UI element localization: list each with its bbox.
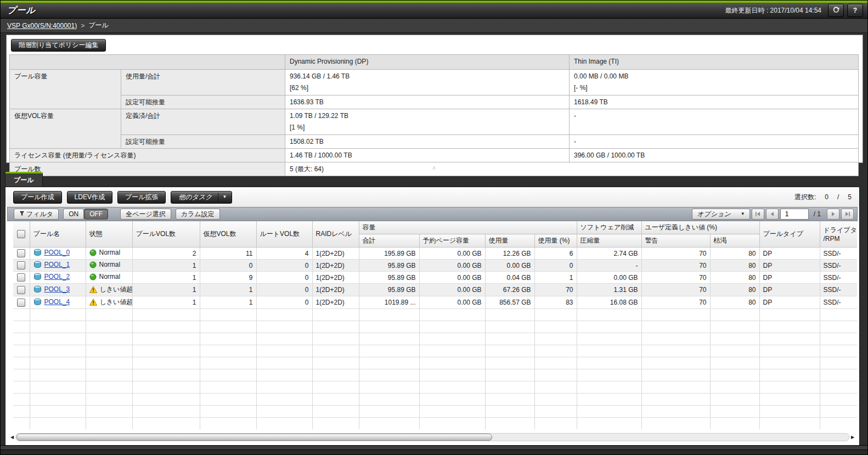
cell-total: 195.89 GB (359, 248, 419, 260)
cell-virtual_vols: 1 (200, 296, 256, 309)
empty-row (13, 345, 857, 357)
scroll-left-icon[interactable]: ◀ (9, 433, 15, 441)
cell-raid: 1(2D+2D) (312, 272, 359, 284)
cell-drive: SSD/- (820, 272, 857, 284)
help-icon: ? (853, 7, 857, 14)
summary-collapse-toggle[interactable]: ∧ (1, 163, 867, 172)
cell-used: 12.26 GB (485, 248, 534, 260)
page-last-button[interactable] (841, 209, 854, 220)
row-checkbox[interactable] (17, 299, 25, 307)
cell-warning: 70 (641, 296, 710, 309)
pools-panel: プール作成 LDEV作成 プール拡張 他のタスク ▼ 選択数: 0 / 5 フィ… (5, 187, 860, 446)
select-all-checkbox[interactable] (17, 230, 25, 238)
cell-compression: 0.00 GB (577, 272, 641, 284)
license-capacity-label: ライセンス容量 (使用量/ライセンス容量) (10, 149, 285, 162)
column-settings-button[interactable]: カラム設定 (176, 209, 220, 220)
col-header-pool-name[interactable]: プール名 (30, 221, 86, 248)
pool-link[interactable]: POOL_1 (44, 261, 70, 268)
col-header-pool-type[interactable]: プールタイプ (759, 221, 820, 248)
other-tasks-dropdown[interactable]: 他のタスク ▼ (171, 191, 232, 204)
cell-reserved: 0.00 GB (419, 284, 485, 296)
col-header-depletion[interactable]: 枯渇 (710, 234, 759, 248)
vvol-configurable-label: 設定可能推量 (121, 135, 285, 149)
cell-used_pct: 1 (534, 272, 577, 284)
cell-total: 95.89 GB (359, 272, 419, 284)
scroll-right-icon[interactable]: ▶ (849, 433, 856, 441)
page-number-input[interactable] (780, 209, 809, 220)
expand-pool-button[interactable]: プール拡張 (117, 191, 166, 204)
row-checkbox[interactable] (17, 286, 25, 294)
pool-link[interactable]: POOL_2 (44, 273, 70, 280)
filter-on-button[interactable]: ON (63, 209, 84, 220)
cell-used: 0.04 GB (485, 272, 534, 284)
status-label: しきい値超過 (100, 298, 133, 306)
options-dropdown[interactable]: オプション ▼ (692, 209, 749, 220)
page-next-button[interactable] (827, 209, 839, 220)
cell-pool_vols: 2 (132, 248, 200, 260)
refresh-icon (832, 6, 840, 15)
status-cell: Normal (86, 260, 132, 272)
select-all-checkbox-cell (13, 221, 30, 248)
col-header-total[interactable]: 合計 (359, 234, 419, 248)
used-total-label: 使用量/合計 (121, 70, 285, 96)
row-checkbox[interactable] (17, 261, 25, 269)
cell-pool_type: DP (759, 272, 820, 284)
create-pool-button[interactable]: プール作成 (13, 191, 62, 204)
cell-compression: 16.08 GB (577, 296, 641, 309)
help-button[interactable]: ? (847, 4, 863, 17)
tab-pool[interactable]: プール (5, 172, 43, 187)
filter-button[interactable]: フィルタ (14, 209, 59, 220)
edit-tier-policy-button[interactable]: 階層割り当てポリシー編集 (11, 39, 106, 52)
cell-warning: 70 (641, 260, 710, 272)
col-header-drive-type[interactable]: ドライブタ /RPM (820, 221, 857, 248)
page-prev-button[interactable] (766, 209, 779, 220)
col-header-used-pct[interactable]: 使用量 (%) (534, 234, 577, 248)
pool-icon (33, 261, 42, 270)
filter-off-button[interactable]: OFF (84, 209, 108, 220)
chevron-down-icon: ▼ (741, 212, 745, 216)
status-normal-icon (89, 273, 97, 282)
col-group-capacity: 容量 (359, 221, 577, 234)
breadcrumb-root-link[interactable]: VSP Gx00(S/N:400001) (7, 22, 77, 30)
empty-row (13, 381, 857, 394)
breadcrumb: VSP Gx00(S/N:400001) > プール (1, 19, 867, 33)
scrollbar-thumb[interactable] (16, 434, 492, 441)
pool-link[interactable]: POOL_3 (44, 285, 70, 293)
create-ldev-button[interactable]: LDEV作成 (67, 191, 112, 204)
col-header-warning[interactable]: 警告 (641, 234, 710, 248)
col-header-status[interactable]: 状態 (86, 221, 132, 248)
refresh-button[interactable] (828, 4, 844, 17)
col-header-used[interactable]: 使用量 (485, 234, 534, 248)
horizontal-scrollbar: ◀ ▶ (9, 433, 856, 441)
scrollbar-track[interactable] (15, 433, 849, 441)
cell-drive: SSD/- (820, 260, 857, 272)
pool-link[interactable]: POOL_0 (44, 249, 70, 256)
cell-pool_type: DP (759, 284, 820, 296)
cell-pool_type: DP (759, 296, 820, 309)
cell-total: 95.89 GB (359, 284, 419, 296)
col-header-virtual-vols[interactable]: 仮想VOL数 (200, 221, 256, 248)
select-all-pages-button[interactable]: 全ページ選択 (120, 209, 171, 220)
row-checkbox[interactable] (17, 249, 25, 257)
pool-link[interactable]: POOL_4 (44, 298, 70, 306)
col-header-reserved[interactable]: 予約ページ容量 (419, 234, 485, 248)
col-header-compression[interactable]: 圧縮量 (577, 234, 641, 248)
cell-root_vols: 4 (256, 248, 312, 260)
cell-drive: SSD/- (820, 248, 857, 260)
cell-used: 856.57 GB (485, 296, 534, 309)
col-header-root-vols[interactable]: ルートVOL数 (256, 221, 312, 248)
cell-pool_type: DP (759, 248, 820, 260)
col-header-pool-vols[interactable]: プールVOL数 (132, 221, 200, 248)
cell-pool_vols: 1 (132, 272, 200, 284)
empty-row (13, 321, 857, 333)
status-cell: しきい値超過 (86, 296, 132, 309)
pool-icon (33, 249, 42, 258)
cell-drive: SSD/- (820, 284, 857, 296)
pool-icon (33, 285, 42, 295)
page-first-button[interactable] (752, 209, 764, 220)
col-header-raid-level[interactable]: RAIDレベル (312, 221, 359, 248)
row-checkbox[interactable] (17, 273, 25, 282)
pools-table: プール名 状態 プールVOL数 仮想VOL数 ルートVOL数 RAIDレベル 容… (13, 221, 857, 429)
status-label: Normal (99, 261, 121, 268)
cell-reserved: 0.00 GB (419, 260, 485, 272)
